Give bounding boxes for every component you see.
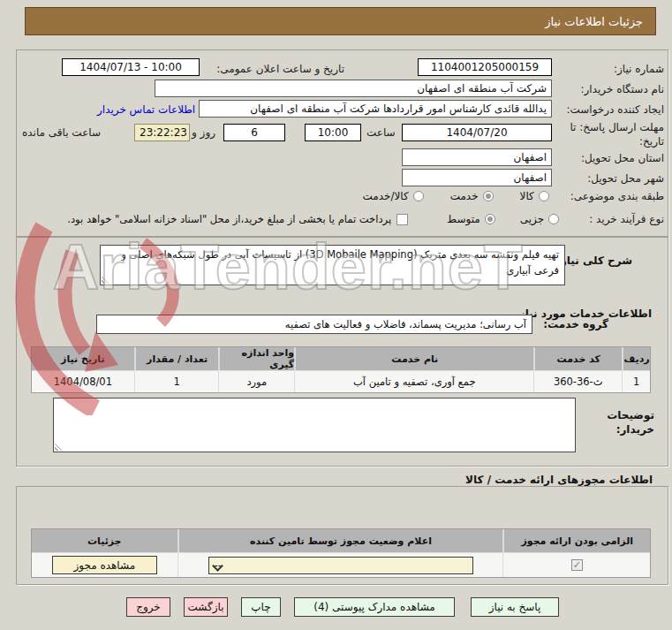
service-group-field[interactable]: آب رسانی؛ مدیریت پسماند، فاضلاب و فعالیت… [96, 315, 532, 334]
radio-option-medium[interactable]: متوسط [447, 213, 495, 225]
remaining-days-field[interactable]: 6 [223, 124, 285, 141]
col-header-need-date: تاریخ نیاز [32, 347, 134, 370]
treasury-payment-label: پرداخت تمام یا بخشی از مبلغ خرید،از محل … [67, 213, 391, 225]
resize-handle-icon[interactable] [55, 442, 64, 451]
col-header-quantity: تعداد / مقدار [134, 347, 219, 370]
col-header-license-status: اعلام وضعیت مجوز توسط تامین کننده [177, 529, 503, 552]
cell-service-code: 360-36-ث [533, 370, 622, 392]
cell-service-name: جمع آوری، تصفیه و تامین آب [294, 370, 533, 392]
radio-option-label: جزیی [520, 213, 544, 225]
deadline-date-field[interactable]: 1404/07/20 [402, 124, 552, 141]
announce-datetime-label: تاریخ و ساعت اعلان عمومی: [216, 63, 344, 75]
countdown-timer: 23:22:23 [134, 124, 190, 141]
licenses-section-title: اطلاعات مجوزهای ارائه خدمت / کالا [465, 474, 653, 486]
service-group-label: گروه خدمت: [543, 318, 608, 330]
radio-option-service[interactable]: خدمت [450, 190, 494, 202]
deadline-hour-label: ساعت [366, 126, 396, 139]
view-attachments-button[interactable]: مشاهده مدارک پیوستی (4) [294, 597, 455, 617]
announce-datetime-field[interactable]: 1404/07/13 - 10:00 [62, 58, 200, 76]
radio-option-goods-service[interactable]: کالا/خدمت [362, 190, 423, 202]
radio-option-label: خدمت [450, 190, 479, 202]
checkbox-icon[interactable] [396, 214, 408, 225]
treasury-payment-checkbox-option[interactable]: پرداخت تمام یا بخشی از مبلغ خرید،از محل … [67, 213, 408, 225]
buyer-notes-label: توضیحات خریدار: [607, 408, 654, 436]
cell-unit: مورد [218, 370, 294, 392]
need-summary-text: تهیه فیلم ونقشه سه بعدی متریک (3D Mobail… [121, 248, 559, 277]
radio-option-partial[interactable]: جزیی [520, 213, 559, 225]
subject-classification-row: طبقه بندی موضوعی: کالا خدمت کالا/خدمت [362, 190, 664, 202]
delivery-province-label: استان محل تحویل: [581, 152, 664, 164]
cell-row-index: 1 [622, 370, 650, 392]
col-header-service-name: نام خدمت [294, 347, 533, 370]
services-table-header: ردیف کد خدمت نام خدمت واحد اندازه گیری ت… [32, 347, 650, 370]
col-header-details: جزئیات [32, 529, 177, 552]
radio-icon[interactable] [548, 214, 559, 224]
licenses-table: الزامی بودن ارائه مجوز اعلام وضعیت مجوز … [31, 528, 651, 578]
request-creator-label: ایجاد کننده درخواست: [566, 103, 664, 116]
radio-icon[interactable] [539, 191, 549, 201]
need-number-label: شماره نیاز: [614, 63, 664, 75]
cell-need-date: 1404/08/01 [32, 370, 134, 392]
col-header-unit: واحد اندازه گیری [218, 347, 294, 370]
radio-option-label: متوسط [447, 213, 480, 225]
cell-license-required: ✓ [502, 552, 650, 577]
exit-button[interactable]: خروج [126, 597, 170, 617]
subject-classification-label: طبقه بندی موضوعی: [570, 190, 664, 202]
print-button[interactable]: چاپ [241, 597, 281, 617]
need-details-page: جزئیات اطلاعات نیاز شماره نیاز: 11040012… [0, 0, 672, 630]
response-deadline-label: مهلت ارسال پاسخ: تا تاریخ: [558, 121, 664, 148]
buyer-notes-textarea[interactable] [53, 398, 576, 452]
radio-option-goods[interactable]: کالا [520, 190, 549, 202]
radio-selected-icon[interactable] [483, 191, 494, 201]
cell-license-status: -- [177, 552, 503, 577]
remaining-days-label: روز و [192, 126, 215, 139]
purchase-process-label: نوع فرآیند خرید : [589, 213, 664, 225]
buyer-org-label: نام دستگاه خریدار: [581, 83, 665, 95]
deadline-time-field[interactable]: 10:00 [305, 124, 361, 141]
table-row: ✓ -- مشاهده مجوز [32, 552, 650, 577]
delivery-city-label: شهر محل تحویل: [587, 172, 664, 185]
view-license-button[interactable]: مشاهده مجوز [52, 556, 157, 574]
licenses-table-header: الزامی بودن ارائه مجوز اعلام وضعیت مجوز … [32, 529, 650, 552]
remaining-hours-label: ساعت باقی مانده [22, 126, 101, 139]
radio-selected-icon[interactable] [485, 214, 495, 224]
need-summary-label: شرح کلی نیاز: [556, 254, 632, 267]
table-row: 1 360-36-ث جمع آوری، تصفیه و تامین آب مو… [32, 370, 650, 392]
page-title-bar: جزئیات اطلاعات نیاز [25, 7, 656, 35]
license-status-select[interactable]: -- [208, 557, 473, 574]
cell-details: مشاهده مجوز [32, 552, 177, 577]
checked-checkbox-icon[interactable]: ✓ [571, 559, 583, 571]
buyer-contact-link[interactable]: اطلاعات تماس خریدار [97, 103, 195, 116]
col-header-license-required: الزامی بودن ارائه مجوز [502, 529, 650, 552]
request-creator-field[interactable]: یدالله قائدی کارشناس امور قراردادها شرکت… [199, 100, 552, 118]
need-number-field[interactable]: 1104001205000159 [418, 58, 552, 76]
respond-to-need-button[interactable]: پاسخ به نیاز [471, 597, 559, 617]
delivery-city-field[interactable]: اصفهان [402, 169, 552, 186]
buyer-notes-label-line1: توضیحات [607, 409, 654, 421]
resize-handle-icon[interactable] [102, 275, 110, 284]
back-button[interactable]: بازگشت [184, 597, 228, 617]
col-header-row-index: ردیف [622, 347, 650, 370]
radio-option-label: کالا [520, 190, 534, 202]
services-table: ردیف کد خدمت نام خدمت واحد اندازه گیری ت… [31, 346, 651, 393]
buyer-notes-label-line2: خریدار: [616, 423, 654, 436]
col-header-service-code: کد خدمت [533, 347, 622, 370]
delivery-province-field[interactable]: اصفهان [402, 148, 552, 166]
cell-quantity: 1 [134, 370, 219, 392]
need-summary-field[interactable]: تهیه فیلم ونقشه سه بعدی متریک (3D Mobail… [100, 245, 565, 285]
page-title: جزئیات اطلاعات نیاز [545, 15, 643, 28]
radio-option-label: کالا/خدمت [362, 190, 408, 202]
purchase-process-row: نوع فرآیند خرید : جزیی متوسط پرداخت تمام… [67, 213, 664, 225]
radio-icon[interactable] [413, 191, 424, 201]
buyer-org-field[interactable]: شرکت آب منطقه ای اصفهان [155, 80, 552, 97]
